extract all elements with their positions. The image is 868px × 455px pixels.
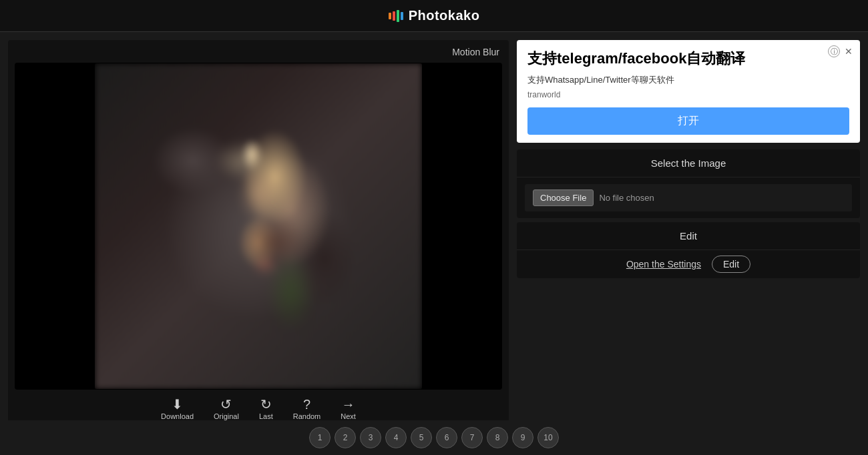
ad-box: ⓘ ✕ 支持telegram/facebook自动翻译 支持Whatsapp/L…	[517, 40, 860, 143]
site-title: Photokako	[409, 8, 480, 23]
next-icon: →	[342, 398, 355, 411]
last-label: Last	[259, 412, 273, 420]
page-dot-5[interactable]: 5	[411, 427, 432, 448]
select-image-header: Select the Image	[517, 149, 860, 177]
page-dot-10[interactable]: 10	[537, 427, 559, 448]
last-icon: ↻	[260, 398, 272, 411]
right-panel: ⓘ ✕ 支持telegram/facebook自动翻译 支持Whatsapp/L…	[517, 40, 860, 282]
edit-actions: Open the Settings Edit	[517, 250, 860, 278]
ad-close-button[interactable]: ✕	[843, 45, 855, 57]
download-icon: ⬇	[172, 398, 183, 411]
random-button[interactable]: ? Random	[293, 398, 321, 420]
next-button[interactable]: → Next	[341, 398, 356, 420]
toolbar: ⬇ Download ↺ Original ↻ Last ? Random → …	[15, 390, 502, 423]
page-dot-8[interactable]: 8	[487, 427, 508, 448]
ad-subtext: 支持Whatsapp/Line/Twitter等聊天软件	[527, 74, 849, 86]
page-dot-6[interactable]: 6	[436, 427, 457, 448]
bottom-pagination: 1 2 3 4 5 6 7 8 9 10	[0, 420, 868, 455]
logo-bar-4	[401, 12, 403, 20]
edit-section: Edit Open the Settings Edit	[517, 222, 860, 278]
main-container: Motion Blur ⬇ Download ↺ Original ↻ Last	[0, 32, 868, 442]
select-image-body: Choose File No file chosen	[517, 177, 860, 218]
ad-cta-button[interactable]: 打开	[527, 107, 849, 135]
left-panel: Motion Blur ⬇ Download ↺ Original ↻ Last	[8, 40, 509, 434]
select-image-section: Select the Image Choose File No file cho…	[517, 149, 860, 218]
page-dot-3[interactable]: 3	[360, 427, 381, 448]
random-icon: ?	[303, 398, 310, 411]
logo-bar-2	[393, 11, 395, 21]
download-label: Download	[161, 412, 194, 420]
original-icon: ↺	[220, 398, 232, 411]
logo	[389, 10, 403, 22]
logo-bar-3	[397, 10, 399, 22]
ad-close-area: ⓘ ✕	[828, 45, 855, 57]
no-file-text: No file chosen	[599, 193, 654, 203]
ad-heading: 支持telegram/facebook自动翻译	[527, 49, 849, 69]
next-label: Next	[341, 412, 356, 420]
edit-section-header: Edit	[517, 222, 860, 250]
page-dot-7[interactable]: 7	[461, 427, 483, 448]
page-dot-2[interactable]: 2	[335, 427, 356, 448]
file-input-wrapper: Choose File No file chosen	[525, 184, 852, 211]
last-button[interactable]: ↻ Last	[259, 398, 273, 420]
image-preview	[95, 63, 422, 389]
panel-title: Motion Blur	[15, 47, 502, 57]
random-label: Random	[293, 412, 321, 420]
ad-info-button[interactable]: ⓘ	[828, 45, 840, 57]
edit-button[interactable]: Edit	[712, 256, 750, 273]
original-button[interactable]: ↺ Original	[214, 398, 239, 420]
choose-file-button[interactable]: Choose File	[533, 189, 594, 206]
page-dot-9[interactable]: 9	[512, 427, 533, 448]
original-label: Original	[214, 412, 239, 420]
ad-brand: tranworld	[527, 90, 849, 99]
download-button[interactable]: ⬇ Download	[161, 398, 194, 420]
page-dot-1[interactable]: 1	[309, 427, 331, 448]
page-dot-4[interactable]: 4	[385, 427, 407, 448]
blurred-photo	[95, 63, 422, 389]
motion-streaks	[95, 63, 422, 389]
open-settings-button[interactable]: Open the Settings	[626, 259, 701, 270]
image-area	[15, 63, 502, 390]
logo-bar-1	[389, 13, 391, 19]
header: Photokako	[0, 0, 868, 32]
